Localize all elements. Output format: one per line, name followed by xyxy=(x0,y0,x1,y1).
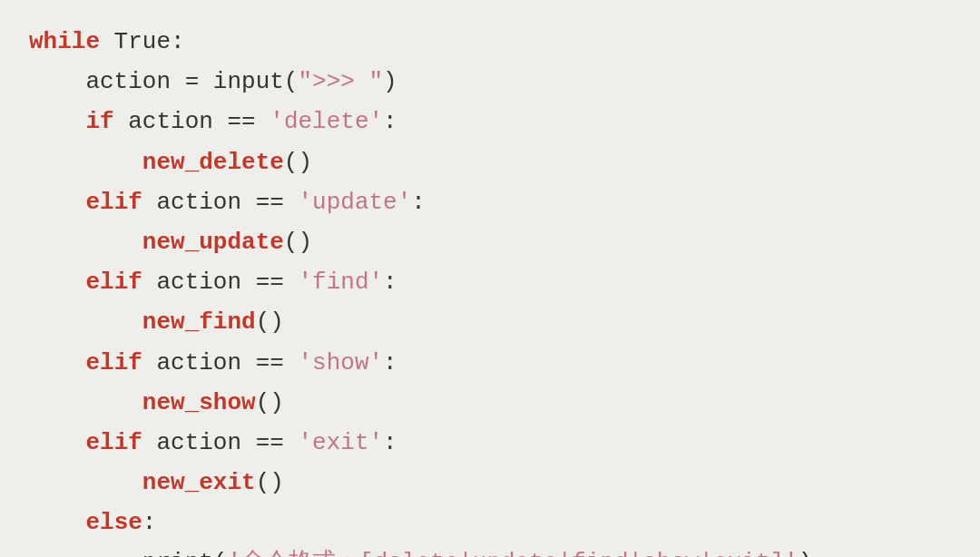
keyword-if: if xyxy=(85,102,113,142)
code-block: while True: action = input(">>> ") if ac… xyxy=(0,0,980,557)
func-new-update: new_update xyxy=(142,222,284,262)
keyword-elif-1: elif xyxy=(85,182,142,222)
func-new-exit: new_exit xyxy=(142,463,256,503)
line-1: while True: xyxy=(29,22,951,62)
func-new-delete: new_delete xyxy=(142,142,284,182)
keyword-while: while xyxy=(29,22,100,62)
keyword-else: else xyxy=(85,503,142,542)
line-7: elif action == 'find': xyxy=(29,262,951,302)
line-3: if action == 'delete': xyxy=(29,102,951,142)
keyword-elif-3: elif xyxy=(85,343,142,383)
line-9: elif action == 'show': xyxy=(29,343,951,383)
line-10: new_show() xyxy=(29,383,951,423)
keyword-elif-2: elif xyxy=(85,262,142,302)
func-new-show: new_show xyxy=(142,383,256,423)
line-8: new_find() xyxy=(29,302,951,342)
keyword-elif-4: elif xyxy=(85,423,142,463)
line-12: new_exit() xyxy=(29,463,951,503)
line-11: elif action == 'exit': xyxy=(29,423,951,463)
line-14: print('命令格式：[delete|update|find|show|exi… xyxy=(29,542,951,557)
line-13: else: xyxy=(29,503,951,542)
line-4: new_delete() xyxy=(29,142,951,182)
line-6: new_update() xyxy=(29,222,951,262)
func-new-find: new_find xyxy=(142,302,256,342)
line-5: elif action == 'update': xyxy=(29,182,951,222)
line-2: action = input(">>> ") xyxy=(29,62,951,102)
